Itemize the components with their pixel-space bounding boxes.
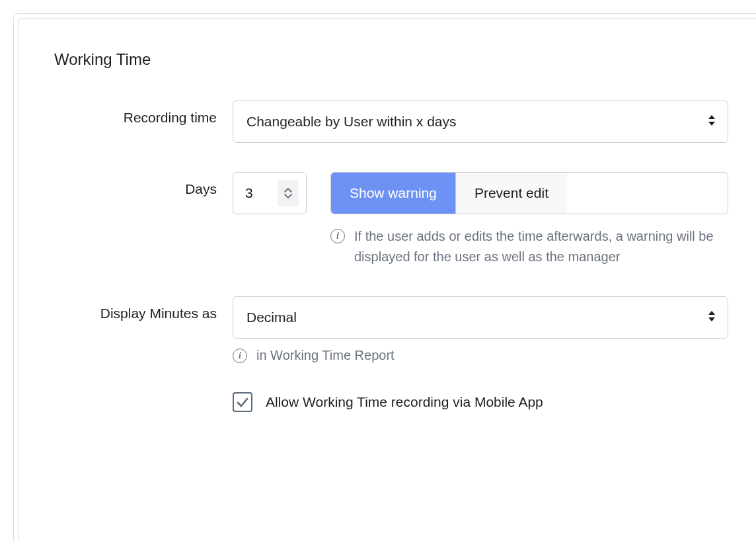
recording-time-select[interactable]: Changeable by User within x days	[233, 101, 728, 143]
days-mode-segmented: Show warning Prevent edit	[330, 172, 728, 214]
working-time-panel: Working Time Recording time Changeable b…	[18, 18, 756, 541]
allow-mobile-label: Allow Working Time recording via Mobile …	[266, 394, 543, 410]
info-icon: i	[233, 349, 247, 363]
allow-mobile-row: Allow Working Time recording via Mobile …	[54, 392, 728, 412]
display-minutes-select[interactable]: Decimal	[233, 296, 728, 339]
display-minutes-help: i in Working Time Report	[233, 348, 728, 363]
display-minutes-value: Decimal	[246, 310, 297, 325]
display-minutes-label: Display Minutes as	[54, 296, 233, 321]
days-help-content: If the user adds or edits the time after…	[354, 226, 728, 267]
chevron-down-icon	[284, 193, 293, 199]
recording-time-value: Changeable by User within x days	[246, 114, 457, 130]
recording-time-label: Recording time	[54, 101, 233, 126]
days-stepper[interactable]	[278, 180, 299, 206]
days-label: Days	[54, 172, 233, 197]
check-icon	[236, 395, 249, 409]
outer-frame: Working Time Recording time Changeable b…	[13, 13, 756, 541]
display-minutes-row: Display Minutes as Decimal i in Wo	[54, 296, 728, 363]
days-help-text: i If the user adds or edits the time aft…	[330, 226, 728, 267]
chevron-up-icon	[284, 187, 293, 193]
info-icon: i	[330, 229, 345, 243]
recording-time-row: Recording time Changeable by User within…	[54, 101, 728, 143]
show-warning-button[interactable]: Show warning	[331, 173, 455, 214]
prevent-edit-button[interactable]: Prevent edit	[456, 173, 567, 214]
allow-mobile-checkbox[interactable]	[233, 392, 252, 412]
days-row: Days	[54, 172, 728, 267]
section-title: Working Time	[54, 50, 728, 69]
display-minutes-help-content: in Working Time Report	[256, 348, 395, 363]
